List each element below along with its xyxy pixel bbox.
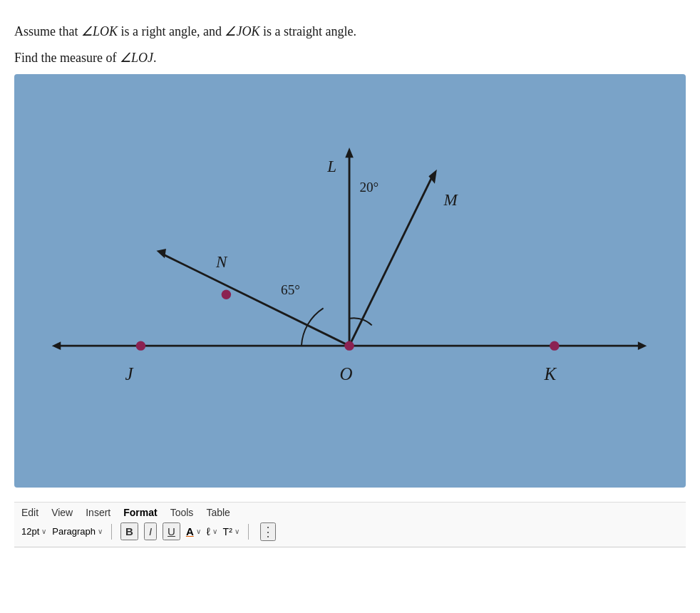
label-M: M bbox=[443, 190, 458, 209]
answer-input-area[interactable] bbox=[14, 547, 686, 589]
question-line1: Assume that ∠LOK is a right angle, and ∠… bbox=[14, 21, 686, 42]
menu-view[interactable]: View bbox=[51, 507, 73, 518]
font-size-value: 12pt bbox=[21, 526, 39, 537]
angle-loj: ∠LOJ bbox=[120, 51, 153, 65]
font-color-dropdown[interactable]: A ∨ bbox=[186, 525, 201, 537]
underline-button[interactable]: U bbox=[163, 522, 180, 540]
separator-1 bbox=[111, 524, 112, 540]
label-K: K bbox=[543, 364, 557, 383]
superscript-dropdown[interactable]: T² ∨ bbox=[223, 526, 240, 537]
label-N: N bbox=[215, 252, 228, 270]
geometry-diagram: L 20° M N 65° J O K bbox=[14, 74, 686, 488]
highlight-dropdown[interactable]: ℓ ∨ bbox=[207, 525, 217, 537]
formatting-bar: 12pt ∨ Paragraph ∨ B I U A ∨ ℓ bbox=[21, 522, 679, 547]
question-line2: Find the measure of ∠LOJ. bbox=[14, 48, 686, 68]
bold-button[interactable]: B bbox=[120, 522, 138, 540]
paragraph-style-dropdown[interactable]: Paragraph ∨ bbox=[52, 526, 103, 537]
paragraph-style-value: Paragraph bbox=[52, 526, 96, 537]
highlight-chevron-icon: ∨ bbox=[212, 527, 217, 535]
menu-bar: Edit View Insert Format Tools Table bbox=[21, 507, 679, 518]
menu-table[interactable]: Table bbox=[206, 507, 230, 518]
label-J: J bbox=[125, 364, 134, 383]
font-size-dropdown[interactable]: 12pt ∨ bbox=[21, 526, 46, 537]
svg-point-12 bbox=[344, 341, 354, 350]
font-color-label: A bbox=[186, 525, 194, 537]
svg-point-14 bbox=[550, 341, 559, 350]
more-options-button[interactable]: ⋮ bbox=[260, 522, 276, 541]
diagram-container: L 20° M N 65° J O K bbox=[14, 74, 686, 488]
font-color-chevron-icon: ∨ bbox=[196, 527, 201, 535]
italic-button[interactable]: I bbox=[144, 522, 157, 540]
menu-insert[interactable]: Insert bbox=[86, 507, 110, 518]
highlight-label: ℓ bbox=[207, 525, 210, 537]
separator-2 bbox=[248, 524, 249, 540]
label-O: O bbox=[340, 364, 353, 383]
svg-point-13 bbox=[136, 341, 145, 350]
angle-lok: ∠LOK bbox=[81, 24, 118, 38]
menu-format[interactable]: Format bbox=[123, 507, 157, 518]
label-L: L bbox=[326, 156, 336, 175]
menu-tools[interactable]: Tools bbox=[170, 507, 194, 518]
angle-jok: ∠JOK bbox=[225, 24, 259, 38]
menu-edit[interactable]: Edit bbox=[21, 507, 38, 518]
font-size-chevron-icon: ∨ bbox=[41, 527, 46, 535]
label-65deg: 65° bbox=[281, 282, 300, 297]
label-20deg: 20° bbox=[359, 180, 379, 195]
toolbar-area: Edit View Insert Format Tools Table 12pt… bbox=[14, 502, 686, 547]
page: Assume that ∠LOK is a right angle, and ∠… bbox=[0, 0, 700, 613]
superscript-chevron-icon: ∨ bbox=[235, 527, 240, 535]
svg-point-15 bbox=[222, 289, 231, 299]
paragraph-chevron-icon: ∨ bbox=[98, 527, 103, 535]
superscript-label: T² bbox=[223, 526, 232, 537]
